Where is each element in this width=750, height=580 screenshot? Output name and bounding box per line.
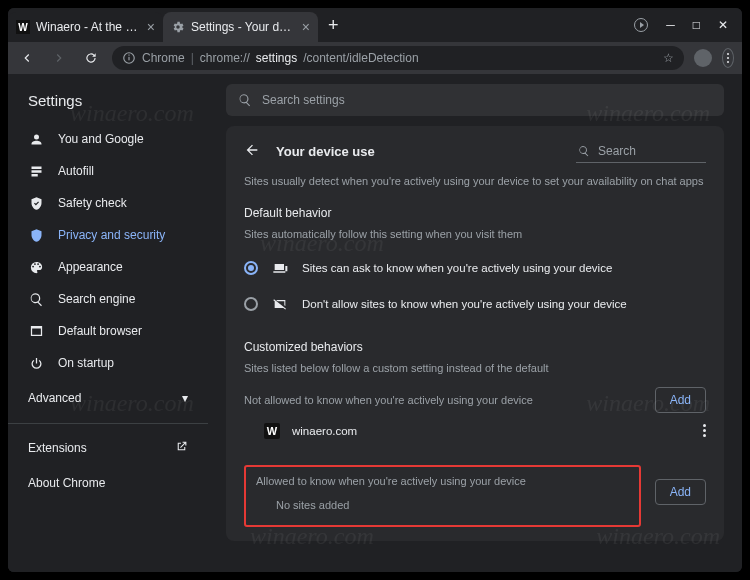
allowed-section-highlight: Allowed to know when you're actively usi… xyxy=(244,465,641,527)
close-icon[interactable]: × xyxy=(147,20,155,34)
search-icon xyxy=(28,291,44,307)
sidebar-about-chrome[interactable]: About Chrome xyxy=(8,466,208,500)
forward-button[interactable] xyxy=(48,47,70,69)
sidebar-item-label: You and Google xyxy=(58,132,144,146)
appearance-icon xyxy=(28,259,44,275)
search-settings-bar: Search settings xyxy=(208,74,742,126)
settings-content: Settings You and Google Autofill Safety … xyxy=(8,74,742,572)
radio-option-block[interactable]: Don't allow sites to know when you're ac… xyxy=(244,286,706,322)
sidebar-item-label: Appearance xyxy=(58,260,123,274)
extensions-label: Extensions xyxy=(28,441,87,455)
media-control-icon[interactable] xyxy=(634,18,648,32)
url-prefix: chrome:// xyxy=(200,51,250,65)
settings-heading: Settings xyxy=(8,82,208,123)
site-row[interactable]: W winaero.com xyxy=(244,413,706,445)
sidebar-item-autofill[interactable]: Autofill xyxy=(8,155,208,187)
site-favicon: W xyxy=(264,423,280,439)
chevron-down-icon: ▾ xyxy=(182,391,188,405)
customized-behaviors-heading: Customized behaviors xyxy=(244,340,706,354)
main-panel: Search settings Your device use Search S… xyxy=(208,74,742,572)
back-arrow-button[interactable] xyxy=(244,142,260,162)
sidebar-item-you-and-google[interactable]: You and Google xyxy=(8,123,208,155)
device-blocked-icon xyxy=(272,296,288,312)
sidebar-item-label: Search engine xyxy=(58,292,135,306)
page-title: Your device use xyxy=(276,144,560,159)
sidebar-item-search-engine[interactable]: Search engine xyxy=(8,283,208,315)
page-search-input[interactable]: Search xyxy=(576,140,706,163)
add-allowed-button[interactable]: Add xyxy=(655,479,706,505)
radio-label: Don't allow sites to know when you're ac… xyxy=(302,298,627,310)
gear-icon xyxy=(171,20,185,34)
tab-title: Settings - Your device use xyxy=(191,20,296,34)
reload-button[interactable] xyxy=(80,47,102,69)
divider xyxy=(8,423,208,424)
sidebar-item-appearance[interactable]: Appearance xyxy=(8,251,208,283)
address-bar[interactable]: Chrome | chrome://settings/content/idleD… xyxy=(112,46,684,70)
sidebar-item-privacy-security[interactable]: Privacy and security xyxy=(8,219,208,251)
browser-window: W Winaero - At the edge of tweaki × Sett… xyxy=(8,8,742,572)
site-more-menu[interactable] xyxy=(703,424,706,437)
search-settings-input[interactable]: Search settings xyxy=(226,84,724,116)
close-icon[interactable]: × xyxy=(302,20,310,34)
window-controls: ─ □ ✕ xyxy=(634,18,742,32)
sidebar-item-default-browser[interactable]: Default browser xyxy=(8,315,208,347)
tab-settings[interactable]: Settings - Your device use × xyxy=(163,12,318,42)
sidebar-item-safety-check[interactable]: Safety check xyxy=(8,187,208,219)
search-icon xyxy=(578,145,590,157)
radio-selected-icon xyxy=(244,261,258,275)
customized-behaviors-subtext: Sites listed below follow a custom setti… xyxy=(244,360,706,377)
external-link-icon xyxy=(175,440,188,456)
device-icon xyxy=(272,260,288,276)
close-window-button[interactable]: ✕ xyxy=(718,18,728,32)
titlebar: W Winaero - At the edge of tweaki × Sett… xyxy=(8,8,742,42)
default-behavior-subtext: Sites automatically follow this setting … xyxy=(244,226,706,243)
page-intro-text: Sites usually detect when you're activel… xyxy=(244,173,706,190)
settings-card: Your device use Search Sites usually det… xyxy=(226,126,724,541)
person-icon xyxy=(28,131,44,147)
profile-avatar[interactable] xyxy=(694,49,712,67)
back-button[interactable] xyxy=(16,47,38,69)
chrome-menu-button[interactable] xyxy=(722,48,734,68)
browser-icon xyxy=(28,323,44,339)
power-icon xyxy=(28,355,44,371)
sidebar-item-label: Safety check xyxy=(58,196,127,210)
not-allowed-label: Not allowed to know when you're actively… xyxy=(244,394,533,406)
favicon-winaero: W xyxy=(16,20,30,34)
url-host: settings xyxy=(256,51,297,65)
sidebar-item-label: On startup xyxy=(58,356,114,370)
svg-rect-1 xyxy=(128,57,129,61)
advanced-label: Advanced xyxy=(28,391,81,405)
site-info-icon[interactable] xyxy=(122,51,136,65)
sidebar-item-label: Autofill xyxy=(58,164,94,178)
default-behavior-heading: Default behavior xyxy=(244,206,706,220)
tab-winaero[interactable]: W Winaero - At the edge of tweaki × xyxy=(8,12,163,42)
allowed-label: Allowed to know when you're actively usi… xyxy=(256,475,629,487)
about-label: About Chrome xyxy=(28,476,105,490)
search-icon xyxy=(238,93,252,107)
page-search-placeholder: Search xyxy=(598,144,636,158)
new-tab-button[interactable]: + xyxy=(318,15,349,36)
radio-label: Sites can ask to know when you're active… xyxy=(302,262,612,274)
radio-unselected-icon xyxy=(244,297,258,311)
minimize-button[interactable]: ─ xyxy=(666,18,675,32)
safety-check-icon xyxy=(28,195,44,211)
url-scheme-label: Chrome xyxy=(142,51,185,65)
maximize-button[interactable]: □ xyxy=(693,18,700,32)
search-placeholder: Search settings xyxy=(262,93,345,107)
shield-icon xyxy=(28,227,44,243)
svg-rect-2 xyxy=(128,55,129,56)
toolbar: Chrome | chrome://settings/content/idleD… xyxy=(8,42,742,74)
no-sites-text: No sites added xyxy=(256,487,629,517)
bookmark-icon[interactable]: ☆ xyxy=(663,51,674,65)
sidebar-advanced-toggle[interactable]: Advanced ▾ xyxy=(8,379,208,417)
tab-title: Winaero - At the edge of tweaki xyxy=(36,20,141,34)
autofill-icon xyxy=(28,163,44,179)
not-allowed-list-header: Not allowed to know when you're actively… xyxy=(244,387,706,413)
sidebar-extensions-link[interactable]: Extensions xyxy=(8,430,208,466)
radio-option-allow[interactable]: Sites can ask to know when you're active… xyxy=(244,250,706,286)
add-not-allowed-button[interactable]: Add xyxy=(655,387,706,413)
sidebar-item-label: Privacy and security xyxy=(58,228,165,242)
sidebar: Settings You and Google Autofill Safety … xyxy=(8,74,208,572)
sidebar-item-on-startup[interactable]: On startup xyxy=(8,347,208,379)
allowed-list-header: Allowed to know when you're actively usi… xyxy=(244,457,706,527)
